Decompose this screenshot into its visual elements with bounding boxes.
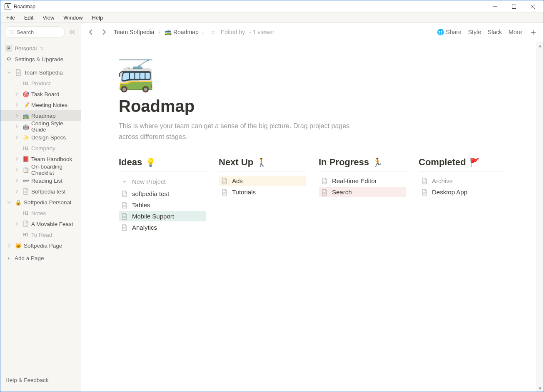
caret-right-icon[interactable]: [13, 103, 20, 107]
menu-window[interactable]: Window: [59, 14, 87, 22]
new-project-button[interactable]: ＋New Project: [119, 176, 206, 188]
workspace-switcher[interactable]: P Personal ⇅: [0, 43, 81, 54]
board-card[interactable]: Desktop App: [419, 187, 506, 197]
board-card[interactable]: Tables: [119, 200, 206, 210]
chevron-down-icon: ⌄: [201, 30, 205, 35]
board-column-next-up: Next Up 🚶AdsTutorials: [219, 157, 306, 233]
nav-forward-button[interactable]: [100, 28, 108, 36]
workspace-name: Personal: [15, 45, 37, 52]
page-title[interactable]: Roadmap: [119, 97, 506, 116]
tree-item-task-board[interactable]: 🎯Task Board: [0, 89, 81, 99]
tree-item-icon: H1: [22, 209, 30, 217]
tree-item-design-specs[interactable]: ✨Design Specs: [0, 132, 81, 143]
caret-right-icon[interactable]: [13, 168, 20, 172]
caret-right-icon[interactable]: [13, 135, 20, 139]
column-emoji-icon: 🏃: [372, 157, 383, 167]
tree-item-icon: ✨: [22, 134, 30, 141]
caret-right-icon[interactable]: [5, 243, 13, 248]
page-description[interactable]: This is where your team can get a sense …: [119, 121, 352, 142]
breadcrumb-seg-1[interactable]: 🚎Roadmap⌄: [163, 28, 206, 36]
scroll-down-icon[interactable]: ▾: [537, 385, 544, 392]
settings-upgrade[interactable]: ⚙ Settings & Upgrade: [0, 54, 81, 65]
board-card[interactable]: Ads: [219, 176, 306, 186]
style-button[interactable]: Style: [468, 29, 481, 35]
page-icon[interactable]: 🚎: [117, 58, 155, 94]
tree-item-icon: 🚎: [22, 112, 30, 119]
tree-item-team-softpedia[interactable]: Team Softpedia: [0, 67, 81, 78]
tree-item-to-read[interactable]: H1To Read: [0, 229, 81, 240]
sidebar-collapse-button[interactable]: [67, 27, 77, 37]
edited-by-label: Edited by: [221, 29, 245, 35]
caret-right-icon[interactable]: [13, 189, 20, 194]
caret-right-icon[interactable]: [13, 92, 20, 96]
column-header[interactable]: Next Up 🚶: [219, 157, 306, 171]
board-card[interactable]: Search: [319, 187, 406, 197]
tree-item-on-boarding-checklist[interactable]: 📋On-boarding Checklist: [0, 164, 81, 175]
tree-item-meeting-notes[interactable]: 📝Meeting Notes: [0, 99, 81, 110]
caret-down-icon[interactable]: [5, 70, 13, 74]
tree-item-softpedia-page[interactable]: 🐱Softpedia Page: [0, 240, 81, 251]
tree-item-label: Task Board: [31, 91, 60, 97]
close-button[interactable]: [523, 0, 542, 13]
breadcrumb-seg-0[interactable]: Team Softpedia: [112, 28, 156, 36]
menu-edit[interactable]: Edit: [20, 14, 37, 22]
tree-item-reading-list[interactable]: 👓Reading List: [0, 175, 81, 186]
column-header[interactable]: Ideas 💡: [119, 157, 206, 171]
tree-item-label: On-boarding Checklist: [31, 164, 77, 176]
nav-back-button[interactable]: [87, 28, 95, 36]
board-card[interactable]: Tutorials: [219, 187, 306, 197]
tree-item-icon: [22, 188, 30, 195]
caret-right-icon[interactable]: [13, 157, 20, 161]
board-card[interactable]: Analytics: [119, 222, 206, 233]
svg-rect-0: [512, 5, 516, 8]
tree-item-softpedia-test[interactable]: Softpedia test: [0, 186, 81, 197]
new-button[interactable]: ＋: [529, 26, 538, 38]
tree-item-product[interactable]: H1Product: [0, 78, 81, 89]
gear-icon: ⚙: [5, 56, 12, 62]
caret-down-icon[interactable]: [5, 200, 13, 204]
board: Ideas 💡＋New Projectsoftpedia testTablesM…: [119, 157, 506, 233]
tree-item-icon: 🤖: [22, 123, 30, 130]
tree-item-icon: [15, 69, 22, 76]
tree-item-notes[interactable]: H1Notes: [0, 208, 81, 218]
scrollbar[interactable]: ▴ ▾: [537, 42, 544, 392]
help-feedback[interactable]: Help & Feedback: [5, 375, 76, 385]
minimize-button[interactable]: [486, 0, 504, 13]
more-button[interactable]: More: [509, 29, 522, 35]
caret-right-icon[interactable]: [13, 124, 20, 129]
maximize-button[interactable]: [504, 0, 523, 13]
share-button[interactable]: 🌐Share: [437, 29, 461, 35]
board-card[interactable]: Archive: [419, 176, 506, 186]
tree-item-coding-style-guide[interactable]: 🤖Coding Style Guide: [0, 121, 81, 132]
tree-item-icon: 📕: [22, 155, 30, 163]
caret-right-icon[interactable]: [13, 179, 20, 183]
caret-right-icon[interactable]: [13, 114, 20, 118]
add-page[interactable]: ＋ Add a Page: [0, 253, 81, 263]
tree-item-company[interactable]: H1Company: [0, 143, 81, 154]
tree-item-a-movable-feast[interactable]: A Movable Feast: [0, 218, 81, 229]
board-card[interactable]: Real-time Editor: [319, 176, 406, 186]
star-icon[interactable]: ☆: [210, 29, 216, 35]
board-card[interactable]: Mobile Support: [119, 211, 206, 221]
search-box[interactable]: [5, 26, 65, 38]
tree-item-team-handbook[interactable]: 📕Team Handbook: [0, 154, 81, 164]
window-title: Roadmap: [14, 4, 35, 10]
scroll-up-icon[interactable]: ▴: [537, 42, 544, 49]
menu-file[interactable]: File: [2, 14, 19, 22]
tree-item-label: Design Specs: [31, 134, 66, 141]
menu-view[interactable]: View: [38, 14, 58, 22]
main: Team Softpedia › 🚎Roadmap⌄ ☆ Edited by -…: [81, 23, 544, 392]
column-header[interactable]: Completed 🚩: [419, 157, 506, 171]
column-header[interactable]: In Progress 🏃: [319, 157, 406, 171]
slack-button[interactable]: Slack: [488, 29, 502, 35]
tree-item-roadmap[interactable]: 🚎Roadmap: [0, 110, 81, 121]
search-input[interactable]: [17, 29, 60, 35]
tree-item-softpedia-personal[interactable]: 🔒Softpedia Personal: [0, 197, 81, 208]
menu-help[interactable]: Help: [88, 14, 107, 22]
card-label: softpedia test: [132, 190, 169, 197]
column-emoji-icon: 🚩: [469, 157, 480, 167]
board-card[interactable]: softpedia test: [119, 189, 206, 199]
card-label: Desktop App: [432, 189, 467, 196]
caret-right-icon[interactable]: [13, 222, 20, 226]
search-icon: [9, 29, 14, 35]
